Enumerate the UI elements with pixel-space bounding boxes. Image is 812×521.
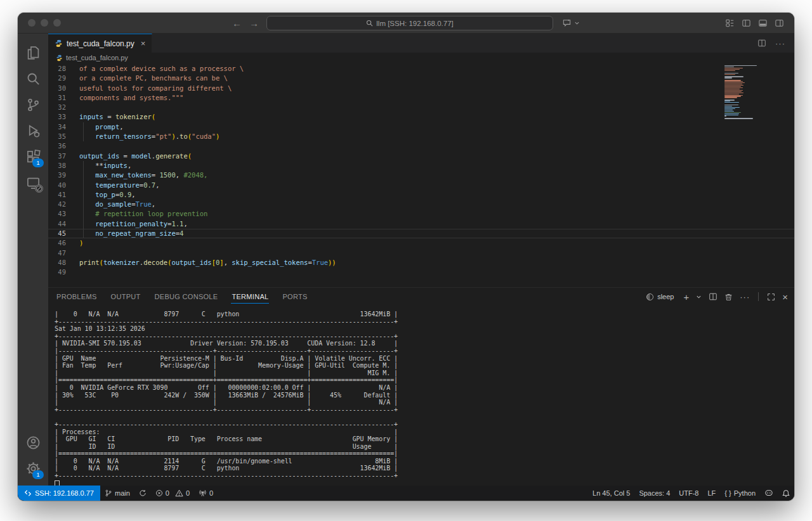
- code-line[interactable]: 29or a complete PC, benchmarks can be \: [48, 74, 794, 83]
- command-center-search[interactable]: llm [SSH: 192.168.0.77]: [266, 16, 553, 30]
- code-line[interactable]: 43 # repetition loop prevention: [48, 209, 794, 219]
- chevron-down-icon[interactable]: [574, 20, 580, 26]
- panel-tab-debug-console[interactable]: DEBUG CONSOLE: [154, 290, 219, 304]
- ports-indicator[interactable]: 0: [194, 486, 218, 501]
- close-window-button[interactable]: [28, 19, 36, 27]
- code-line[interactable]: 42 do_sample=True,: [48, 200, 794, 209]
- status-bar: SSH: 192.168.0.77 main 0 0 0 Ln 45, Col …: [18, 486, 794, 501]
- toggle-panel-icon[interactable]: [758, 18, 768, 28]
- terminal-cursor: [55, 480, 60, 486]
- panel-tab-output[interactable]: OUTPUT: [110, 290, 141, 304]
- title-bar: ← → llm [SSH: 192.168.0.77]: [18, 13, 794, 34]
- toggle-primary-sidebar-icon[interactable]: [742, 18, 751, 28]
- code-line[interactable]: 38 **inputs,: [48, 161, 794, 170]
- sync-changes-button[interactable]: [134, 486, 151, 501]
- editor-tab-bar: test_cuda_falcon.py × ···: [48, 34, 794, 53]
- code-line[interactable]: 46): [48, 238, 794, 248]
- split-terminal-icon[interactable]: [709, 292, 717, 301]
- code-line[interactable]: 40 temperature=0.7,: [48, 181, 794, 190]
- terminal-icon: [646, 293, 654, 301]
- code-line[interactable]: 28of a complex device such as a processo…: [48, 64, 794, 74]
- close-panel-icon[interactable]: ×: [782, 292, 788, 302]
- more-actions-icon[interactable]: ···: [775, 39, 785, 48]
- copilot-status[interactable]: [760, 486, 778, 501]
- sidebar-item-extensions[interactable]: 1: [18, 144, 48, 170]
- panel-tab-ports[interactable]: PORTS: [282, 290, 308, 304]
- toggle-secondary-sidebar-icon[interactable]: [775, 18, 784, 28]
- code-line[interactable]: 31components and systems.""": [48, 93, 794, 103]
- code-line[interactable]: 49: [48, 267, 794, 277]
- code-line[interactable]: 33inputs = tokenizer(: [48, 112, 794, 122]
- code-line[interactable]: 37output_ids = model.generate(: [48, 151, 794, 161]
- encoding[interactable]: UTF-8: [674, 486, 703, 501]
- desktop: ← → llm [SSH: 192.168.0.77]: [0, 0, 812, 521]
- cursor-position[interactable]: Ln 45, Col 5: [588, 486, 634, 501]
- panel-more-actions-icon[interactable]: ···: [740, 292, 750, 302]
- copilot-chat-icon[interactable]: [562, 18, 572, 28]
- command-center-text: llm [SSH: 192.168.0.77]: [376, 20, 453, 27]
- panel-tab-terminal[interactable]: TERMINAL: [231, 290, 269, 304]
- git-branch-icon: [105, 489, 112, 497]
- panel-tabs: PROBLEMSOUTPUTDEBUG CONSOLETERMINALPORTS: [56, 290, 646, 304]
- terminal-instance[interactable]: sleep: [646, 293, 674, 301]
- sidebar-item-explorer[interactable]: [18, 40, 48, 66]
- sidebar-item-source-control[interactable]: [18, 92, 48, 118]
- branch-indicator[interactable]: main: [100, 486, 134, 501]
- sync-icon: [139, 489, 147, 497]
- notifications-bell-icon: [782, 489, 790, 498]
- code-line[interactable]: 32: [48, 103, 794, 112]
- terminal-dropdown-chevron-icon[interactable]: [696, 294, 702, 300]
- code-line[interactable]: 41 top_p=0.9,: [48, 190, 794, 200]
- remote-indicator[interactable]: SSH: 192.168.0.77: [18, 486, 100, 501]
- sidebar-item-run-debug[interactable]: [18, 118, 48, 144]
- terminal-view[interactable]: | 0 N/A N/A 8797 C python 13642MiB | +--…: [48, 306, 794, 486]
- run-debug-icon: [26, 124, 41, 138]
- language-mode[interactable]: { } Python: [720, 486, 760, 501]
- error-icon: [155, 489, 163, 497]
- forward-arrow-icon[interactable]: →: [249, 18, 259, 29]
- maximize-panel-icon[interactable]: [767, 293, 775, 301]
- code-line[interactable]: 48print(tokenizer.decode(output_ids[0], …: [48, 258, 794, 267]
- split-editor-icon[interactable]: [757, 39, 766, 48]
- account-icon: [26, 435, 41, 450]
- vscode-window: ← → llm [SSH: 192.168.0.77]: [18, 13, 794, 501]
- code-line[interactable]: 30useful tools for comparing different \: [48, 84, 794, 93]
- breadcrumb[interactable]: test_cuda_falcon.py: [48, 53, 794, 63]
- panel-tab-problems[interactable]: PROBLEMS: [56, 290, 98, 304]
- back-arrow-icon[interactable]: ←: [232, 18, 242, 29]
- code-line[interactable]: 45 no_repeat_ngram_size=4: [48, 229, 794, 238]
- code-line[interactable]: 34 prompt,: [48, 122, 794, 132]
- panel-header: PROBLEMSOUTPUTDEBUG CONSOLETERMINALPORTS…: [48, 288, 794, 306]
- minimize-window-button[interactable]: [41, 19, 48, 27]
- customize-layout-icon[interactable]: [725, 18, 735, 28]
- account-button[interactable]: [18, 430, 48, 456]
- extensions-badge: 1: [32, 158, 44, 167]
- remote-icon: [24, 489, 32, 497]
- remote-status-badge: [35, 184, 43, 193]
- indentation[interactable]: Spaces: 4: [634, 486, 674, 501]
- kill-terminal-trash-icon[interactable]: [724, 293, 733, 301]
- code-editor[interactable]: 28of a complex device such as a processo…: [48, 63, 794, 287]
- new-terminal-icon[interactable]: +: [683, 292, 689, 302]
- divider: [758, 292, 759, 301]
- settings-button[interactable]: 1: [18, 456, 48, 482]
- code-line[interactable]: 47: [48, 248, 794, 258]
- code-line[interactable]: 36: [48, 141, 794, 151]
- python-file-icon: [56, 55, 63, 61]
- eol-sequence[interactable]: LF: [704, 486, 721, 501]
- code-line[interactable]: 35 return_tensors="pt").to("cuda"): [48, 132, 794, 141]
- sidebar-item-search[interactable]: [18, 66, 48, 92]
- bottom-panel: PROBLEMSOUTPUTDEBUG CONSOLETERMINALPORTS…: [48, 287, 794, 486]
- problems-indicator[interactable]: 0 0: [151, 486, 194, 501]
- minimap[interactable]: [724, 65, 761, 120]
- tab-close-icon[interactable]: ×: [141, 39, 146, 48]
- files-icon: [26, 46, 41, 60]
- settings-badge: 1: [32, 470, 44, 479]
- code-line[interactable]: 44 repetition_penalty=1.1,: [48, 219, 794, 229]
- sidebar-item-remote-explorer[interactable]: [18, 170, 48, 196]
- notifications-button[interactable]: [778, 486, 794, 501]
- tab-test-cuda-falcon[interactable]: test_cuda_falcon.py ×: [48, 34, 152, 53]
- code-line[interactable]: 39 max_new_tokens= 1500, #2048,: [48, 170, 794, 180]
- tab-label: test_cuda_falcon.py: [67, 39, 134, 48]
- zoom-window-button[interactable]: [53, 19, 61, 27]
